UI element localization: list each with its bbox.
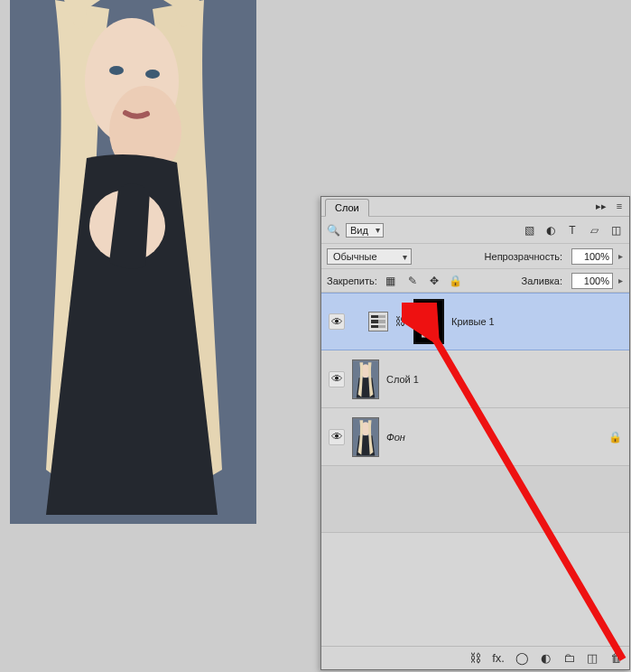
opacity-label: Непрозрачность:	[485, 251, 562, 262]
svg-rect-10	[432, 323, 436, 338]
fx-icon[interactable]: fx.	[490, 650, 506, 667]
opacity-input[interactable]: 100%	[571, 248, 613, 265]
link-layers-icon[interactable]: ⛓	[467, 650, 483, 667]
layers-empty-area	[321, 466, 629, 533]
layer-filter-row: 🔍 Вид ▧ ◐ T ▱ ◫	[321, 217, 629, 244]
panel-footer: ⛓ fx. ◯ ◐ 🗀 ◫ 🗑	[321, 646, 629, 669]
visibility-toggle[interactable]: 👁	[329, 313, 345, 330]
lock-pixels-icon[interactable]: ▦	[383, 273, 399, 289]
new-adjustment-icon[interactable]: ◐	[537, 650, 553, 667]
lock-move-icon[interactable]: ✥	[426, 273, 442, 289]
layer-thumb[interactable]	[352, 359, 379, 399]
blend-opacity-row: Обычные Непрозрачность: 100%	[321, 244, 629, 269]
lock-label: Закрепить:	[327, 275, 377, 286]
search-icon: 🔍	[327, 224, 340, 237]
svg-rect-9	[422, 323, 425, 338]
svg-point-3	[109, 66, 124, 75]
add-mask-icon[interactable]: ◯	[514, 650, 530, 667]
lock-icon: 🔒	[608, 431, 622, 443]
new-group-icon[interactable]: 🗀	[561, 650, 577, 667]
lock-brush-icon[interactable]: ✎	[404, 273, 421, 289]
panel-menu-icon[interactable]: ≡	[613, 200, 626, 212]
layer-row-curves[interactable]: 👁 ⛓ Кривые 1	[321, 293, 629, 350]
layer-row-raster[interactable]: 👁 Слой 1	[321, 350, 629, 408]
layer-name: Слой 1	[386, 374, 419, 385]
delete-layer-icon[interactable]: 🗑	[608, 650, 624, 667]
lock-all-icon[interactable]: 🔒	[448, 273, 464, 289]
visibility-toggle[interactable]: 👁	[329, 429, 345, 445]
filter-pixel-icon[interactable]: ▧	[521, 222, 537, 238]
layers-list: 👁 ⛓ Кривые 1 👁	[321, 293, 629, 533]
blend-mode-select[interactable]: Обычные	[327, 248, 412, 265]
collapse-icon[interactable]: ▸▸	[595, 200, 608, 212]
link-mask-icon[interactable]: ⛓	[395, 315, 406, 328]
visibility-toggle[interactable]: 👁	[329, 371, 345, 387]
svg-point-7	[423, 304, 434, 321]
filter-adjust-icon[interactable]: ◐	[543, 222, 559, 238]
layer-row-background[interactable]: 👁 Фон 🔒	[321, 408, 629, 466]
filter-kind-select[interactable]: Вид	[346, 223, 384, 238]
panel-tabbar: Слои ▸▸ ≡	[321, 197, 629, 217]
document-photo	[10, 0, 256, 524]
svg-point-4	[145, 70, 160, 79]
curves-adjustment-icon	[368, 312, 388, 331]
fill-input[interactable]: 100%	[571, 273, 613, 289]
fill-label: Заливка:	[522, 275, 562, 286]
layers-panel: Слои ▸▸ ≡ 🔍 Вид ▧ ◐ T ▱ ◫ Обычные Непроз…	[320, 196, 630, 670]
filter-shape-icon[interactable]: ▱	[586, 222, 602, 238]
filter-smart-icon[interactable]: ◫	[608, 222, 624, 238]
lock-fill-row: Закрепить: ▦ ✎ ✥ 🔒 Заливка: 100%	[321, 269, 629, 293]
layer-name: Кривые 1	[451, 316, 495, 327]
filter-text-icon[interactable]: T	[564, 222, 580, 238]
layer-name: Фон	[386, 432, 405, 443]
layer-mask-thumb[interactable]	[413, 299, 444, 344]
new-layer-icon[interactable]: ◫	[584, 650, 600, 667]
tab-layers[interactable]: Слои	[325, 199, 369, 217]
layer-thumb[interactable]	[352, 417, 379, 457]
